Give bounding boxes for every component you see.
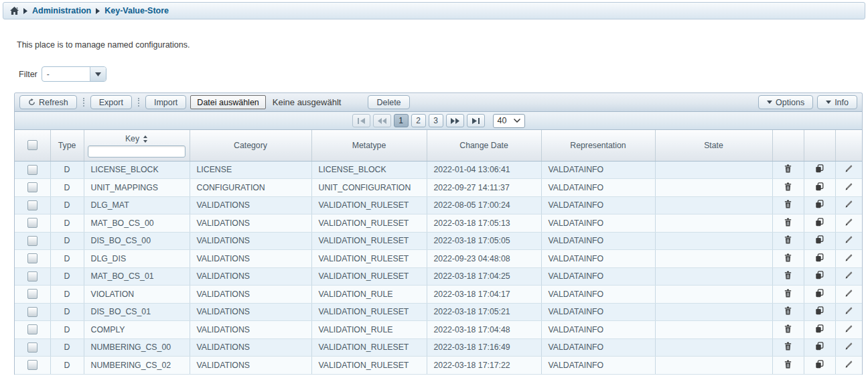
page-button-3[interactable]: 3 <box>429 114 443 127</box>
cell-representation: VALDATAINFO <box>541 214 655 233</box>
edit-pencil-icon[interactable] <box>845 218 853 227</box>
row-checkbox-cell <box>15 286 50 304</box>
cell-key: MAT_BO_CS_01 <box>84 267 190 286</box>
copy-icon[interactable] <box>815 342 824 351</box>
cell-change-date: 2022-03-18 17:17:22 <box>427 357 541 375</box>
select-all-checkbox[interactable] <box>27 140 38 150</box>
copy-icon[interactable] <box>815 164 824 173</box>
cell-metatype: VALIDATION_RULE <box>311 321 427 339</box>
copy-icon[interactable] <box>815 360 824 369</box>
cell-metatype: VALIDATION_RULESET <box>311 232 427 250</box>
copy-icon[interactable] <box>815 324 824 333</box>
copy-action-cell <box>804 286 835 304</box>
copy-icon[interactable] <box>815 235 824 244</box>
breadcrumb-item-administration[interactable]: Administration <box>32 6 91 15</box>
row-checkbox[interactable] <box>27 165 38 175</box>
row-checkbox[interactable] <box>27 271 38 281</box>
breadcrumb-item-key-value-store[interactable]: Key-Value-Store <box>104 6 169 15</box>
delete-button[interactable]: Delete <box>368 95 409 109</box>
cell-representation: VALDATAINFO <box>541 303 655 321</box>
key-value-store-panel: Refresh Export Import Datei auswählen Ke… <box>14 92 863 375</box>
edit-pencil-icon[interactable] <box>845 271 853 279</box>
cell-change-date: 2022-03-18 17:05:13 <box>427 214 541 233</box>
edit-pencil-icon[interactable] <box>845 253 853 262</box>
cell-type: D <box>50 286 84 304</box>
cell-type: D <box>50 267 84 286</box>
trash-icon[interactable] <box>784 342 792 351</box>
edit-pencil-icon[interactable] <box>845 360 853 369</box>
info-button[interactable]: Info <box>817 95 857 109</box>
cell-type: D <box>50 232 84 250</box>
edit-pencil-icon[interactable] <box>845 324 853 333</box>
import-button[interactable]: Import <box>145 95 186 109</box>
edit-pencil-icon[interactable] <box>845 235 853 244</box>
sort-icon <box>143 135 148 143</box>
trash-icon[interactable] <box>784 200 792 208</box>
edit-pencil-icon[interactable] <box>845 182 853 191</box>
chevron-down-icon <box>514 119 520 123</box>
trash-icon[interactable] <box>784 324 792 333</box>
filter-dropdown[interactable]: - <box>42 66 106 82</box>
cell-metatype: LICENSE_BLOCK <box>311 161 427 179</box>
trash-icon[interactable] <box>784 289 792 298</box>
edit-pencil-icon[interactable] <box>845 200 853 208</box>
row-checkbox[interactable] <box>27 307 38 317</box>
options-button[interactable]: Options <box>758 95 813 109</box>
row-checkbox[interactable] <box>27 360 38 370</box>
copy-icon[interactable] <box>815 271 824 279</box>
column-header-type: Type <box>50 130 84 161</box>
edit-pencil-icon[interactable] <box>845 164 853 173</box>
chevron-down-icon[interactable] <box>90 67 106 81</box>
cell-state <box>655 232 772 250</box>
cell-representation: VALDATAINFO <box>541 232 655 250</box>
key-filter-input[interactable] <box>88 145 186 158</box>
page-button-2[interactable]: 2 <box>411 114 426 127</box>
home-icon[interactable] <box>10 7 19 15</box>
table-row: DDLG_MATVALIDATIONSVALIDATION_RULESET202… <box>15 196 862 214</box>
file-choose-button[interactable]: Datei auswählen <box>190 95 265 109</box>
trash-icon[interactable] <box>784 253 792 262</box>
trash-icon[interactable] <box>784 164 792 173</box>
row-checkbox[interactable] <box>27 289 38 299</box>
edit-pencil-action-cell <box>835 232 862 250</box>
row-checkbox[interactable] <box>27 182 38 192</box>
refresh-button-label: Refresh <box>39 98 68 107</box>
next-page-button[interactable] <box>446 114 464 127</box>
copy-icon[interactable] <box>815 253 824 262</box>
row-checkbox[interactable] <box>27 342 38 353</box>
row-checkbox[interactable] <box>27 253 38 263</box>
table-row: DLICENSE_BLOCKLICENSELICENSE_BLOCK2022-0… <box>15 161 862 179</box>
first-page-button[interactable] <box>352 114 370 127</box>
cell-category: VALIDATIONS <box>190 267 311 286</box>
key-sort-toggle[interactable]: Key <box>84 134 190 143</box>
refresh-button[interactable]: Refresh <box>19 95 77 109</box>
edit-pencil-icon[interactable] <box>845 289 853 298</box>
trash-icon[interactable] <box>784 182 792 191</box>
trash-icon[interactable] <box>784 271 792 279</box>
export-button[interactable]: Export <box>90 95 132 109</box>
copy-icon[interactable] <box>815 200 824 208</box>
trash-icon[interactable] <box>784 218 792 227</box>
trash-icon[interactable] <box>784 235 792 244</box>
copy-icon[interactable] <box>815 182 824 191</box>
edit-pencil-icon[interactable] <box>845 306 853 315</box>
copy-icon[interactable] <box>815 218 824 227</box>
edit-pencil-icon[interactable] <box>845 342 853 351</box>
copy-icon[interactable] <box>815 289 824 298</box>
last-page-button[interactable] <box>467 114 485 127</box>
trash-icon[interactable] <box>784 306 792 315</box>
row-checkbox[interactable] <box>27 324 38 334</box>
rows-per-page-select[interactable]: 40 <box>493 114 525 128</box>
row-checkbox[interactable] <box>27 218 38 228</box>
trash-icon[interactable] <box>784 360 792 369</box>
page-button-1[interactable]: 1 <box>394 114 409 127</box>
copy-action-cell <box>804 214 835 233</box>
prev-page-button[interactable] <box>373 114 391 127</box>
row-checkbox[interactable] <box>27 200 38 210</box>
row-checkbox[interactable] <box>27 236 38 246</box>
cell-category: CONFIGURATION <box>190 179 311 197</box>
trash-action-cell <box>772 232 804 250</box>
edit-pencil-action-cell <box>835 179 862 197</box>
copy-action-cell <box>804 196 835 214</box>
copy-icon[interactable] <box>815 306 824 315</box>
